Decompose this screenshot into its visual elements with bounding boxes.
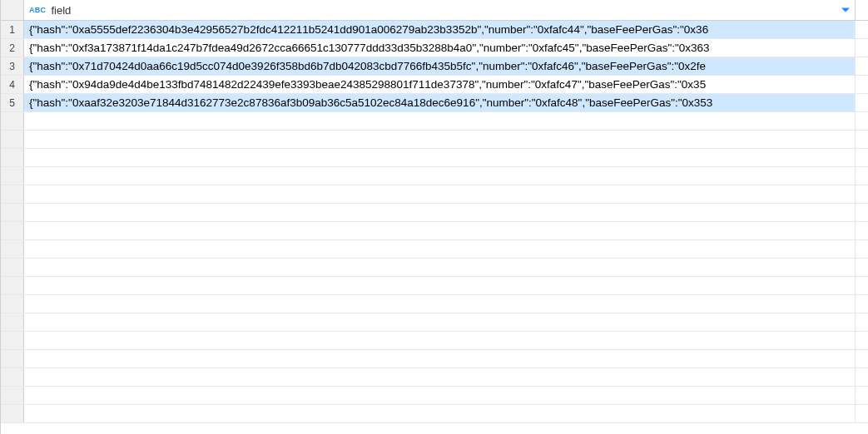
row-number[interactable] (1, 277, 24, 294)
row-number[interactable] (1, 167, 24, 185)
data-grid: ABC field 1{"hash":"0xa5555def2236304b3e… (0, 0, 868, 434)
cell-field[interactable] (24, 313, 856, 331)
row-number[interactable] (1, 204, 24, 221)
extra-cell (856, 259, 868, 276)
row-number[interactable] (1, 112, 24, 130)
row-number[interactable] (1, 259, 24, 276)
extra-cell (856, 57, 868, 75)
cell-field[interactable] (24, 167, 856, 185)
empty-row (1, 350, 868, 368)
extra-column-gutter (856, 0, 868, 20)
row-number[interactable] (1, 332, 24, 349)
row-number[interactable] (1, 149, 24, 166)
extra-cell (856, 222, 868, 239)
empty-row (1, 259, 868, 277)
cell-field[interactable]: {"hash":"0x71d70424d0aa66c19d5cc074d0e39… (24, 57, 856, 75)
column-name: field (51, 4, 71, 17)
extra-cell (856, 277, 868, 294)
extra-cell (856, 368, 868, 386)
empty-row (1, 149, 868, 167)
row-number[interactable]: 4 (1, 76, 24, 93)
extra-cell (856, 240, 868, 258)
table-row[interactable]: 4{"hash":"0x94da9de4d4be133fbd7481482d22… (1, 76, 868, 94)
extra-cell (856, 185, 868, 203)
row-number[interactable] (1, 405, 24, 422)
empty-row (1, 387, 868, 405)
cell-field[interactable] (24, 277, 856, 294)
empty-row (1, 131, 868, 149)
row-number[interactable] (1, 185, 24, 203)
cell-field[interactable] (24, 149, 856, 166)
header-row: ABC field (1, 0, 868, 21)
table-row[interactable]: 1{"hash":"0xa5555def2236304b3e42956527b2… (1, 21, 868, 39)
extra-cell (856, 387, 868, 404)
empty-row (1, 332, 868, 350)
row-number[interactable] (1, 368, 24, 386)
cell-field[interactable] (24, 259, 856, 276)
extra-cell (856, 39, 868, 57)
empty-row (1, 295, 868, 313)
cell-field[interactable] (24, 185, 856, 203)
cell-field[interactable] (24, 222, 856, 239)
extra-cell (856, 332, 868, 349)
extra-cell (856, 112, 868, 130)
extra-cell (856, 405, 868, 422)
extra-cell (856, 167, 868, 185)
grid-body: 1{"hash":"0xa5555def2236304b3e42956527b2… (1, 21, 868, 434)
cell-field[interactable] (24, 240, 856, 258)
empty-row (1, 368, 868, 387)
row-number[interactable] (1, 350, 24, 367)
row-number[interactable]: 3 (1, 57, 24, 75)
extra-cell (856, 149, 868, 166)
cell-field[interactable]: {"hash":"0x94da9de4d4be133fbd7481482d224… (24, 76, 856, 93)
row-number[interactable] (1, 131, 24, 148)
column-header-field[interactable]: ABC field (24, 0, 856, 20)
extra-cell (856, 313, 868, 331)
row-number[interactable] (1, 295, 24, 313)
row-number[interactable] (1, 387, 24, 404)
empty-row (1, 185, 868, 204)
type-badge-icon: ABC (29, 6, 46, 14)
empty-row (1, 313, 868, 332)
extra-cell (856, 76, 868, 93)
row-number[interactable]: 5 (1, 94, 24, 111)
cell-field[interactable]: {"hash":"0xaaf32e3203e71844d3162773e2c87… (24, 94, 856, 111)
cell-field[interactable]: {"hash":"0xa5555def2236304b3e42956527b2f… (24, 21, 856, 38)
empty-row (1, 167, 868, 185)
cell-field[interactable] (24, 368, 856, 386)
empty-row (1, 222, 868, 240)
empty-row (1, 112, 868, 131)
chevron-down-icon[interactable] (841, 8, 850, 12)
cell-field[interactable] (24, 405, 856, 422)
cell-field[interactable] (24, 204, 856, 221)
empty-row (1, 277, 868, 295)
cell-field[interactable]: {"hash":"0xf3a173871f14da1c247b7fdea49d2… (24, 39, 856, 57)
row-number[interactable] (1, 240, 24, 258)
cell-field[interactable] (24, 112, 856, 130)
cell-field[interactable] (24, 350, 856, 367)
extra-cell (856, 204, 868, 221)
table-row[interactable]: 2{"hash":"0xf3a173871f14da1c247b7fdea49d… (1, 39, 868, 57)
extra-cell (856, 21, 868, 38)
row-number[interactable] (1, 313, 24, 331)
extra-cell (856, 94, 868, 111)
extra-cell (856, 350, 868, 367)
corner-cell[interactable] (1, 0, 24, 20)
cell-field[interactable] (24, 387, 856, 404)
empty-row (1, 240, 868, 259)
extra-cell (856, 295, 868, 313)
cell-field[interactable] (24, 332, 856, 349)
cell-field[interactable] (24, 295, 856, 313)
table-row[interactable]: 5{"hash":"0xaaf32e3203e71844d3162773e2c8… (1, 94, 868, 112)
extra-cell (856, 131, 868, 148)
row-number[interactable]: 1 (1, 21, 24, 38)
row-number[interactable]: 2 (1, 39, 24, 57)
cell-field[interactable] (24, 131, 856, 148)
empty-row (1, 204, 868, 222)
table-row[interactable]: 3{"hash":"0x71d70424d0aa66c19d5cc074d0e3… (1, 57, 868, 76)
empty-row (1, 405, 868, 423)
row-number[interactable] (1, 222, 24, 239)
